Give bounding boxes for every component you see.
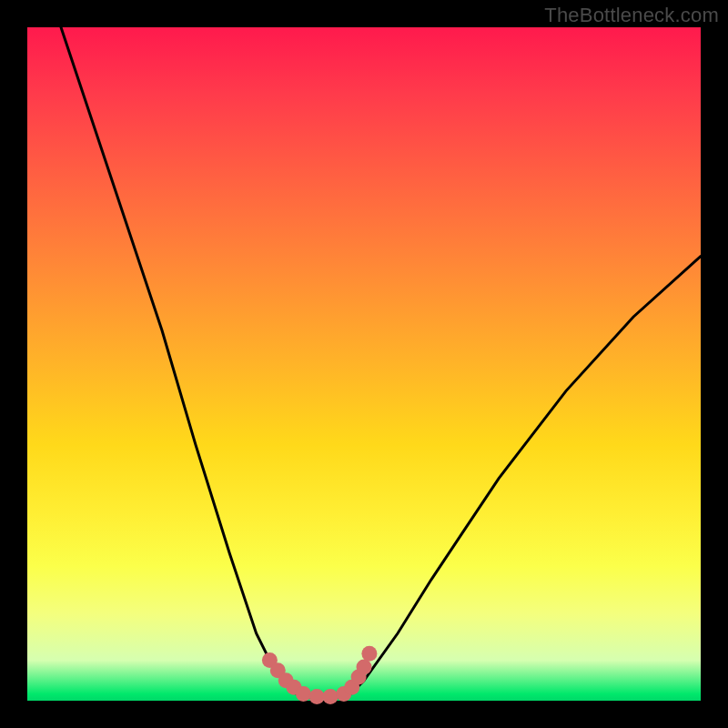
- outer-frame: TheBottleneck.com: [0, 0, 728, 728]
- valley-marker: [309, 689, 325, 704]
- bottleneck-curve: [61, 27, 701, 697]
- plot-area: [27, 27, 701, 701]
- valley-marker: [357, 660, 372, 675]
- valley-marker: [361, 646, 377, 662]
- valley-marker: [296, 686, 311, 702]
- valley-marker: [323, 689, 339, 704]
- valley-marker-group: [262, 646, 378, 704]
- curve-svg: [27, 27, 701, 701]
- watermark-text: TheBottleneck.com: [544, 4, 719, 27]
